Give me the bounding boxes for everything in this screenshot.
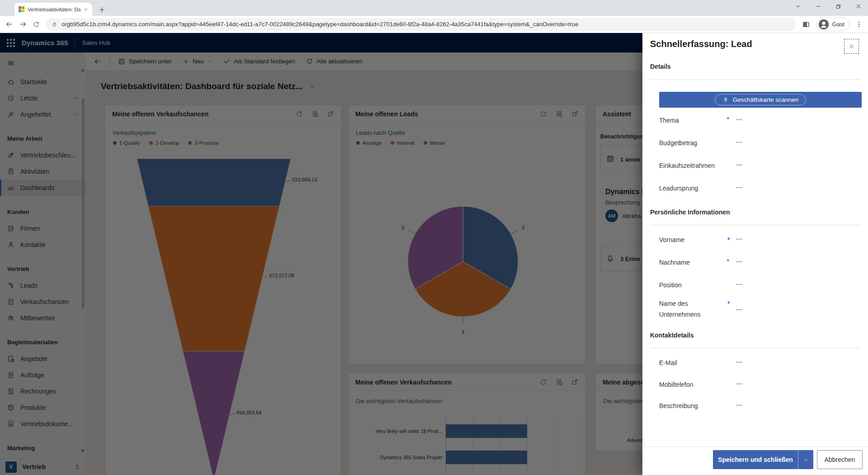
field-label: Thema [659, 115, 725, 126]
scan-business-card-button[interactable]: Geschäftskarte scannen [659, 92, 862, 108]
window-restore-button[interactable] [835, 3, 841, 11]
dynamics-app: Dynamics 365 Sales Hub StartseiteLetzteA… [0, 33, 868, 475]
section-divider [650, 225, 860, 225]
close-icon[interactable] [844, 39, 859, 54]
required-marker: * [727, 258, 729, 265]
field-row-thema: Thema*--- [642, 109, 868, 132]
side-panel-icon[interactable] [802, 20, 810, 28]
cancel-button[interactable]: Abbrechen [817, 450, 863, 469]
recommended-marker: + [727, 235, 731, 242]
field-row-leadursprung: Leadursprung--- [642, 177, 868, 200]
field-value[interactable]: --- [736, 358, 742, 366]
window-minimize-button[interactable] [815, 3, 821, 11]
browser-back-icon[interactable] [5, 20, 13, 28]
field-row-nachname: Nachname*--- [642, 251, 868, 274]
save-and-close-button[interactable]: Speichern und schließen [713, 450, 798, 469]
field-label: E-Mail [659, 357, 725, 368]
profile-button[interactable]: Gast [816, 18, 849, 31]
field-label: Vorname [659, 234, 725, 245]
field-value[interactable]: --- [736, 161, 742, 168]
field-label: Nachname [659, 257, 725, 268]
browser-forward-icon[interactable] [19, 20, 27, 28]
footer-divider [642, 446, 868, 447]
profile-label: Gast [832, 21, 844, 28]
field-row-vorname: Vorname+--- [642, 228, 868, 251]
field-label: Leadursprung [659, 183, 725, 194]
quick-create-panel: Schnellerfassung: Lead DetailsGeschäftsk… [642, 33, 868, 475]
tab-search-chevron-icon[interactable] [795, 3, 801, 11]
field-value[interactable]: --- [736, 116, 742, 123]
section-header-details: Details [650, 63, 671, 70]
panel-title: Schnellerfassung: Lead [650, 39, 752, 49]
field-label: Einkaufszeitrahmen [659, 160, 725, 171]
field-row-beschreibung: Beschreibung--- [642, 394, 868, 417]
browser-tabstrip: Vertriebsaktivitäten: Dashboard f [0, 0, 868, 16]
field-row-budgetbetrag: Budgetbetrag--- [642, 132, 868, 154]
browser-tab[interactable]: Vertriebsaktivitäten: Dashboard f [14, 3, 92, 16]
save-options-chevron[interactable] [798, 450, 813, 469]
field-value[interactable]: --- [736, 401, 742, 408]
recommended-marker: + [727, 299, 731, 306]
field-row-einkaufszeitrahmen: Einkaufszeitrahmen--- [642, 154, 868, 177]
field-value[interactable]: --- [736, 138, 742, 146]
section-header-kontaktdetails: Kontaktdetails [650, 332, 693, 339]
field-value[interactable]: --- [736, 280, 742, 288]
section-divider [650, 79, 860, 80]
field-value[interactable]: --- [736, 184, 742, 191]
field-label: Beschreibung [659, 400, 725, 411]
lock-icon [52, 21, 57, 27]
browser-address-bar: orgb95d5c1b.crm4.dynamics.com/main.aspx?… [0, 16, 868, 33]
avatar-icon [818, 19, 829, 30]
field-row-name-des-unternehmens: Name des Unternehmens+--- [642, 297, 868, 323]
window-close-button[interactable] [855, 3, 862, 11]
field-row-mobiltelefon: Mobiltelefon--- [642, 373, 868, 396]
field-label: Position [659, 280, 725, 290]
dynamics-favicon [19, 6, 24, 12]
tab-title: Vertriebsaktivitäten: Dashboard f [28, 7, 80, 12]
field-label: Name des Unternehmens [659, 298, 725, 320]
field-label: Budgetbetrag [659, 138, 725, 148]
upload-icon [722, 97, 729, 103]
url-field[interactable]: orgb95d5c1b.crm4.dynamics.com/main.aspx?… [46, 18, 796, 31]
section-header-pers-nliche-informationen: Persönliche Informationen [650, 209, 730, 216]
field-value[interactable]: --- [736, 306, 742, 313]
browser-menu-icon[interactable] [855, 21, 863, 28]
field-value[interactable]: --- [736, 258, 742, 265]
tab-close-icon[interactable] [84, 7, 88, 12]
field-row-e-mail: E-Mail--- [642, 352, 868, 374]
url-text: orgb95d5c1b.crm4.dynamics.com/main.aspx?… [61, 21, 578, 28]
field-label: Mobiltelefon [659, 379, 725, 390]
field-value[interactable]: --- [736, 235, 742, 242]
browser-reload-icon[interactable] [33, 21, 40, 28]
section-divider [650, 348, 860, 348]
field-value[interactable]: --- [736, 380, 742, 387]
required-marker: * [727, 116, 729, 123]
field-row-position: Position--- [642, 274, 868, 296]
new-tab-button[interactable] [99, 6, 105, 13]
